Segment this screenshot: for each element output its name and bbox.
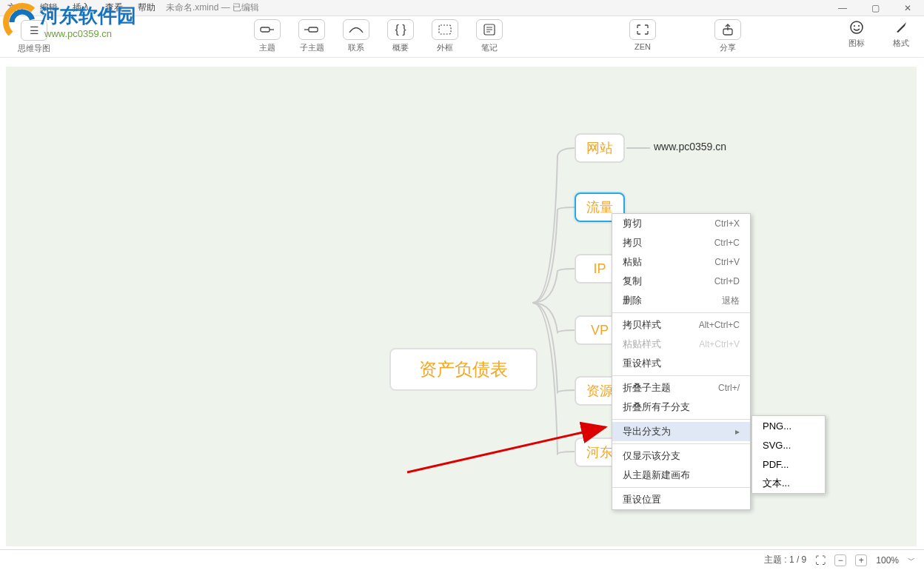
tool-mindmap-view[interactable]: ☰ 思维导图	[16, 20, 52, 54]
menu-insert[interactable]: 插入	[65, 1, 98, 14]
window-maximize[interactable]: ▢	[859, 0, 891, 16]
mindmap-icon: ☰	[21, 20, 47, 41]
ctx-collapse-all[interactable]: 折叠所有子分支	[612, 398, 750, 417]
svg-rect-4	[439, 25, 451, 34]
menu-edit[interactable]: 编辑	[33, 1, 65, 14]
leaf-website-url[interactable]: www.pc0359.cn	[654, 141, 726, 152]
ctx-export-branch[interactable]: 导出分支为▸	[612, 422, 750, 441]
tool-label: 概要	[392, 42, 409, 53]
subtopic-label: 网站	[586, 139, 613, 157]
window-close[interactable]: ✕	[891, 0, 924, 16]
tool-relationship[interactable]: 联系	[339, 19, 373, 53]
tool-format[interactable]: 格式	[887, 19, 915, 49]
center-topic[interactable]: 资产负债表	[389, 348, 538, 391]
menu-help[interactable]: 帮助	[130, 1, 163, 14]
tool-subtopic[interactable]: 子主题	[295, 19, 329, 53]
svg-rect-0	[261, 27, 270, 32]
zen-icon	[629, 19, 656, 40]
window-minimize[interactable]: —	[826, 0, 859, 16]
status-bar: 主题 : 1 / 9 ⛶ − + 100% ﹀	[0, 549, 924, 570]
ctx-paste[interactable]: 粘贴Ctrl+V	[612, 252, 750, 272]
menubar: 文件 编辑 插入 查看 帮助 未命名.xmind — 已编辑 — ▢ ✕	[0, 0, 924, 16]
tool-label: 主题	[259, 42, 275, 53]
notes-icon	[476, 19, 503, 40]
chevron-down-icon[interactable]: ﹀	[908, 555, 915, 566]
map-icon[interactable]: ⛶	[815, 554, 826, 566]
subtopic-label: 流量	[586, 198, 613, 216]
ctx-reset-position[interactable]: 重设位置	[612, 490, 750, 509]
ctx-reset-style[interactable]: 重设样式	[612, 354, 750, 373]
context-menu: 剪切Ctrl+X 拷贝Ctrl+C 粘贴Ctrl+V 复制Ctrl+D 删除退格…	[612, 213, 751, 510]
zoom-level[interactable]: 100%	[876, 555, 899, 566]
window-title: 未命名.xmind — 已编辑	[166, 1, 259, 14]
tool-share[interactable]: 分享	[714, 19, 741, 53]
summary-icon: { }	[387, 19, 414, 40]
tool-label: 子主题	[300, 42, 324, 53]
boundary-icon	[432, 19, 458, 40]
smile-icon	[848, 19, 865, 36]
tool-topic[interactable]: 主题	[250, 19, 284, 53]
ctx-delete[interactable]: 删除退格	[612, 291, 750, 310]
tool-zen[interactable]: ZEN	[629, 19, 656, 51]
tool-summary[interactable]: { } 概要	[384, 19, 418, 53]
subtopic-label: 资源	[586, 382, 613, 400]
status-topic-count: 主题 : 1 / 9	[764, 554, 806, 566]
zoom-in[interactable]: +	[855, 554, 867, 566]
tool-label: 格式	[893, 38, 909, 49]
ctx-copy[interactable]: 拷贝Ctrl+C	[612, 233, 750, 252]
zoom-out[interactable]: −	[834, 554, 846, 566]
svg-point-11	[851, 21, 863, 33]
center-topic-label: 资产负债表	[419, 358, 508, 381]
svg-point-13	[858, 25, 860, 27]
toolbar: ☰ 思维导图 主题 子主题 联系 { } 概要	[0, 16, 924, 58]
export-png[interactable]: PNG...	[752, 416, 825, 435]
ctx-cut[interactable]: 剪切Ctrl+X	[612, 214, 750, 233]
menu-file[interactable]: 文件	[0, 1, 33, 14]
ctx-copy-style[interactable]: 拷贝样式Alt+Ctrl+C	[612, 315, 750, 335]
svg-rect-3	[309, 27, 318, 32]
export-pdf[interactable]: PDF...	[752, 455, 825, 474]
tool-label: 思维导图	[18, 43, 50, 54]
tool-label: 外框	[437, 42, 453, 53]
tool-notes[interactable]: 笔记	[472, 19, 506, 53]
ctx-collapse-sub[interactable]: 折叠子主题Ctrl+/	[612, 378, 750, 398]
chevron-right-icon: ▸	[735, 426, 740, 437]
tool-markers[interactable]: 图标	[843, 19, 871, 49]
export-submenu: PNG... SVG... PDF... 文本...	[751, 415, 826, 494]
topic-icon	[254, 19, 281, 40]
export-text[interactable]: 文本...	[752, 474, 825, 493]
tool-boundary[interactable]: 外框	[428, 19, 462, 53]
tool-label: 分享	[720, 42, 736, 53]
subtopic-icon	[298, 19, 325, 40]
tool-label: 笔记	[481, 42, 498, 53]
subtopic-website[interactable]: 网站	[575, 133, 625, 163]
svg-point-12	[854, 25, 855, 27]
tool-label: 联系	[348, 42, 364, 53]
tool-label: 图标	[848, 38, 865, 49]
subtopic-label: 河东	[586, 443, 613, 461]
ctx-new-canvas-from-topic[interactable]: 从主题新建画布	[612, 466, 750, 485]
brush-icon	[893, 19, 909, 36]
relationship-icon	[343, 19, 369, 40]
ctx-duplicate[interactable]: 复制Ctrl+D	[612, 272, 750, 291]
share-icon	[714, 19, 741, 40]
menu-view[interactable]: 查看	[98, 1, 130, 14]
ctx-show-only-branch[interactable]: 仅显示该分支	[612, 446, 750, 466]
ctx-paste-style: 粘贴样式Alt+Ctrl+V	[612, 335, 750, 354]
export-svg[interactable]: SVG...	[752, 435, 825, 455]
tool-label: ZEN	[635, 42, 651, 51]
subtopic-label: VP	[591, 323, 609, 338]
subtopic-label: IP	[593, 261, 606, 277]
